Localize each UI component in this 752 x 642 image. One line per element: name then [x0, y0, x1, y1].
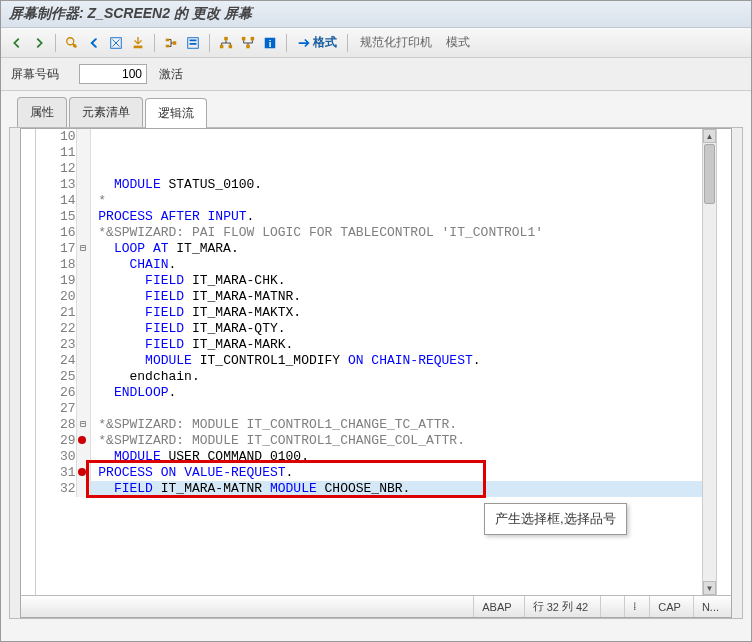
- code-line[interactable]: 18 CHAIN.: [36, 257, 716, 273]
- code-text[interactable]: FIELD IT_MARA-MARK.: [90, 337, 716, 353]
- gutter[interactable]: [76, 337, 90, 353]
- code-text[interactable]: FIELD IT_MARA-CHK.: [90, 273, 716, 289]
- info-icon[interactable]: i: [260, 33, 280, 53]
- code-line[interactable]: 11: [36, 145, 716, 161]
- screen-number-input[interactable]: [79, 64, 147, 84]
- code-text[interactable]: LOOP AT IT_MARA.: [90, 241, 716, 257]
- code-line[interactable]: 12: [36, 161, 716, 177]
- code-line[interactable]: 32 FIELD IT_MARA-MATNR MODULE CHOOSE_NBR…: [36, 481, 716, 497]
- code-line[interactable]: 28⊟ *&SPWIZARD: MODULE IT_CONTROL1_CHANG…: [36, 417, 716, 433]
- gutter[interactable]: [76, 433, 90, 449]
- gutter[interactable]: [76, 449, 90, 465]
- where-used-icon[interactable]: [238, 33, 258, 53]
- tab-attributes[interactable]: 属性: [17, 97, 67, 127]
- tree-icon[interactable]: [161, 33, 181, 53]
- code-text[interactable]: *&SPWIZARD: PAI FLOW LOGIC FOR TABLECONT…: [90, 225, 716, 241]
- code-text[interactable]: MODULE IT_CONTROL1_MODIFY ON CHAIN-REQUE…: [90, 353, 716, 369]
- code-text[interactable]: endchain.: [90, 369, 716, 385]
- code-line[interactable]: 29 *&SPWIZARD: MODULE IT_CONTROL1_CHANGE…: [36, 433, 716, 449]
- back-icon[interactable]: [7, 33, 27, 53]
- svg-rect-5: [166, 44, 170, 47]
- line-number: 15: [36, 209, 76, 225]
- gutter[interactable]: [76, 161, 90, 177]
- code-line[interactable]: 26 ENDLOOP.: [36, 385, 716, 401]
- code-line[interactable]: 15 PROCESS AFTER INPUT.: [36, 209, 716, 225]
- code-text[interactable]: [90, 145, 716, 161]
- gutter[interactable]: [76, 385, 90, 401]
- code-line[interactable]: 21 FIELD IT_MARA-MAKTX.: [36, 305, 716, 321]
- gutter[interactable]: [76, 289, 90, 305]
- code-text[interactable]: FIELD IT_MARA-QTY.: [90, 321, 716, 337]
- code-line[interactable]: 25 endchain.: [36, 369, 716, 385]
- layout-icon[interactable]: [183, 33, 203, 53]
- mode-menu[interactable]: 模式: [440, 32, 476, 53]
- gutter[interactable]: [76, 401, 90, 417]
- code-text[interactable]: [90, 161, 716, 177]
- code-line[interactable]: 14 *: [36, 193, 716, 209]
- code-text[interactable]: PROCESS AFTER INPUT.: [90, 209, 716, 225]
- code-text[interactable]: [90, 129, 716, 145]
- gutter[interactable]: [76, 353, 90, 369]
- code-text[interactable]: MODULE USER_COMMAND_0100.: [90, 449, 716, 465]
- gutter[interactable]: [76, 481, 90, 497]
- code-line[interactable]: 20 FIELD IT_MARA-MATNR.: [36, 289, 716, 305]
- gutter[interactable]: [76, 225, 90, 241]
- vertical-scrollbar[interactable]: ▲ ▼: [702, 129, 716, 617]
- code-line[interactable]: 23 FIELD IT_MARA-MARK.: [36, 337, 716, 353]
- code-text[interactable]: PROCESS ON VALUE-REQUEST.: [90, 465, 716, 481]
- gutter[interactable]: ⊟: [76, 417, 90, 433]
- code-line[interactable]: 22 FIELD IT_MARA-QTY.: [36, 321, 716, 337]
- gutter[interactable]: [76, 129, 90, 145]
- code-line[interactable]: 13 MODULE STATUS_0100.: [36, 177, 716, 193]
- gutter[interactable]: [76, 465, 90, 481]
- other-object-icon[interactable]: [84, 33, 104, 53]
- check-icon[interactable]: [106, 33, 126, 53]
- code-line[interactable]: 10: [36, 129, 716, 145]
- code-text[interactable]: MODULE STATUS_0100.: [90, 177, 716, 193]
- printer-menu[interactable]: 规范化打印机: [354, 32, 438, 53]
- gutter[interactable]: [76, 273, 90, 289]
- scroll-up-icon[interactable]: ▲: [703, 129, 716, 143]
- gutter[interactable]: [76, 177, 90, 193]
- forward-icon[interactable]: [29, 33, 49, 53]
- code-line[interactable]: 19 FIELD IT_MARA-CHK.: [36, 273, 716, 289]
- code-text[interactable]: FIELD IT_MARA-MATNR MODULE CHOOSE_NBR.: [90, 481, 716, 497]
- code-text[interactable]: CHAIN.: [90, 257, 716, 273]
- code-line[interactable]: 17⊟ LOOP AT IT_MARA.: [36, 241, 716, 257]
- gutter[interactable]: [76, 145, 90, 161]
- format-button[interactable]: 格式: [293, 32, 341, 53]
- code-line[interactable]: 27: [36, 401, 716, 417]
- separator: [154, 34, 155, 52]
- code-line[interactable]: 31 PROCESS ON VALUE-REQUEST.: [36, 465, 716, 481]
- code-text[interactable]: *: [90, 193, 716, 209]
- activate-icon[interactable]: [128, 33, 148, 53]
- activate-text-button[interactable]: 激活: [153, 66, 189, 83]
- code-text[interactable]: FIELD IT_MARA-MATNR.: [90, 289, 716, 305]
- code-text[interactable]: *&SPWIZARD: MODULE IT_CONTROL1_CHANGE_TC…: [90, 417, 716, 433]
- gutter[interactable]: [76, 305, 90, 321]
- display-icon[interactable]: [62, 33, 82, 53]
- gutter[interactable]: [76, 321, 90, 337]
- tab-flow-logic[interactable]: 逻辑流: [145, 98, 207, 128]
- code-line[interactable]: 24 MODULE IT_CONTROL1_MODIFY ON CHAIN-RE…: [36, 353, 716, 369]
- gutter[interactable]: [76, 209, 90, 225]
- status-insert: ⁞: [624, 596, 645, 617]
- svg-rect-13: [242, 36, 246, 40]
- hierarchy-icon[interactable]: [216, 33, 236, 53]
- tab-element-list[interactable]: 元素清单: [69, 97, 143, 127]
- scroll-down-icon[interactable]: ▼: [703, 581, 716, 595]
- scroll-thumb[interactable]: [704, 144, 715, 204]
- code-line[interactable]: 16 *&SPWIZARD: PAI FLOW LOGIC FOR TABLEC…: [36, 225, 716, 241]
- gutter[interactable]: [76, 257, 90, 273]
- code-text[interactable]: *&SPWIZARD: MODULE IT_CONTROL1_CHANGE_CO…: [90, 433, 716, 449]
- code-editor[interactable]: 10111213 MODULE STATUS_0100.14 *15 PROCE…: [35, 129, 717, 617]
- gutter[interactable]: [76, 193, 90, 209]
- code-text[interactable]: [90, 401, 716, 417]
- gutter[interactable]: ⊟: [76, 241, 90, 257]
- line-number: 17: [36, 241, 76, 257]
- screen-number-bar: 屏幕号码 激活: [1, 58, 751, 91]
- code-text[interactable]: FIELD IT_MARA-MAKTX.: [90, 305, 716, 321]
- gutter[interactable]: [76, 369, 90, 385]
- code-text[interactable]: ENDLOOP.: [90, 385, 716, 401]
- code-line[interactable]: 30 MODULE USER_COMMAND_0100.: [36, 449, 716, 465]
